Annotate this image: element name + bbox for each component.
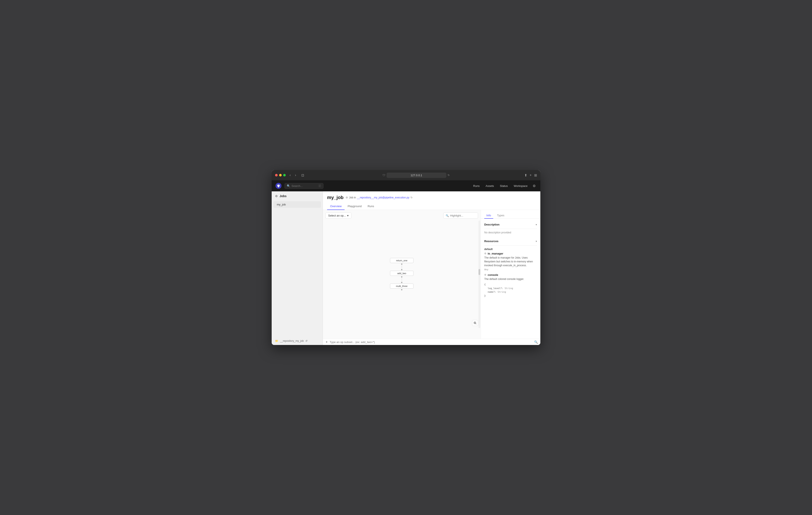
description-section-header[interactable]: Description ▾	[484, 221, 537, 228]
main-layout: ⚙ Jobs my_job 📁 __repository_my_job ↺ my…	[272, 191, 540, 345]
resource-desc-console: The default colored console logger.	[484, 277, 537, 281]
resource-icon-console: ⚙	[484, 273, 486, 276]
sidebar-footer-repo: __repository_my_job	[280, 340, 303, 343]
op-subset-input[interactable]	[330, 341, 532, 344]
shield-icon: 🛡	[382, 174, 385, 177]
reload-icon[interactable]: ↻	[447, 174, 450, 177]
op-subset-icon: ✦	[325, 340, 328, 344]
graph-area: Select an op... ▾ 🔍 return_one	[323, 210, 540, 339]
connector-dot-1	[401, 264, 402, 265]
console-config-open: {	[484, 283, 486, 286]
zoom-controls	[472, 320, 478, 326]
tab-runs[interactable]: Runs	[365, 203, 377, 210]
page-header: my_job ⚙ Job in __repository__my_job@pip…	[323, 191, 540, 210]
settings-button[interactable]: ⚙	[531, 183, 537, 189]
scroll-thumb[interactable]	[478, 269, 480, 275]
connector-dot-4	[401, 282, 402, 283]
app-logo	[275, 182, 282, 189]
maximize-button[interactable]	[283, 174, 286, 177]
resource-type-io-manager: Any	[484, 268, 537, 271]
op-node-return-one: return_one	[390, 258, 413, 271]
assets-nav-button[interactable]: Assets	[484, 183, 496, 189]
job-link[interactable]: __repository__my_job@pipeline_execution.…	[357, 196, 409, 199]
console-log-level-type: String	[504, 287, 513, 290]
address-bar: 🛡 ↻	[308, 172, 524, 178]
runs-nav-button[interactable]: Runs	[471, 183, 482, 189]
new-tab-button[interactable]: +	[530, 173, 531, 177]
sidebar-footer: 📁 __repository_my_job ↺	[272, 337, 323, 345]
titlebar-right-controls: ⬆ + ⊞	[524, 173, 537, 177]
panel-tabs: Info Types	[481, 210, 540, 219]
nav-controls: ‹ ›	[288, 173, 297, 178]
sidebar-refresh-icon[interactable]: ↺	[306, 340, 308, 343]
connector-dot-3	[401, 276, 402, 277]
bottom-search-icon: 🔍	[534, 340, 538, 344]
page-title: my_job	[327, 195, 344, 200]
tab-overview[interactable]: Overview	[327, 203, 345, 210]
sidebar-toggle-button[interactable]: ⊞	[534, 173, 537, 177]
resource-item-console: ⚙ console The default colored console lo…	[484, 273, 537, 298]
header-nav: Runs Assets Status Workspace ⚙	[471, 183, 537, 189]
share-button[interactable]: ⬆	[524, 173, 527, 177]
connector-dot-5	[401, 289, 402, 290]
graph-bottom-bar: ✦ 🔍	[323, 339, 540, 345]
console-config-block: { log_level?: String name?:	[484, 282, 537, 298]
resource-desc-io-manager: The default io manager for Jobs. Uses fi…	[484, 256, 537, 267]
op-nodes-container: return_one add_two multi_thr	[390, 258, 413, 291]
graph-canvas[interactable]: Select an op... ▾ 🔍 return_one	[323, 210, 481, 339]
search-input[interactable]	[291, 184, 317, 188]
minimize-button[interactable]	[279, 174, 282, 177]
panel-tab-types[interactable]: Types	[495, 213, 506, 219]
resource-name-row-io-manager: ⚙ io_manager	[484, 252, 537, 255]
resources-chevron: ▾	[535, 240, 537, 243]
titlebar: ‹ › ⊡ 🛡 ↻ ⬆ + ⊞	[272, 170, 540, 180]
job-badge: ⚙ Job in __repository__my_job@pipeline_e…	[346, 196, 413, 199]
tab-overview-button[interactable]: ⊡	[300, 173, 306, 178]
status-nav-button[interactable]: Status	[498, 183, 510, 189]
panel-content: Description ▾ No description provided Re…	[481, 219, 540, 304]
select-op-button[interactable]: Select an op... ▾	[325, 213, 351, 219]
graph-toolbar: Select an op... ▾	[325, 213, 351, 219]
description-section: Description ▾ No description provided	[484, 221, 537, 235]
panel-tab-info[interactable]: Info	[484, 213, 493, 219]
highlight-input-wrap: 🔍	[443, 213, 478, 219]
select-op-chevron: ▾	[347, 214, 349, 217]
app-window: ‹ › ⊡ 🛡 ↻ ⬆ + ⊞ 🔍 / Ru	[272, 170, 540, 345]
sidebar-header: ⚙ Jobs	[272, 191, 323, 201]
forward-button[interactable]: ›	[294, 173, 297, 178]
app-header: 🔍 / Runs Assets Status Workspace ⚙	[272, 180, 540, 191]
page-title-row: my_job ⚙ Job in __repository__my_job@pip…	[327, 195, 536, 200]
url-input[interactable]	[386, 172, 446, 178]
highlight-input[interactable]	[450, 214, 476, 217]
connector-line-2	[402, 278, 402, 281]
resources-section: Resources ▾ default ⚙ io_manager	[484, 238, 537, 298]
job-refresh-icon[interactable]: ↻	[410, 196, 413, 199]
search-bar[interactable]: 🔍 /	[285, 183, 323, 189]
highlight-search-icon: 🔍	[446, 214, 449, 217]
console-name-key: name?:	[488, 291, 496, 293]
sidebar-title: Jobs	[280, 194, 287, 198]
resource-name-row-console: ⚙ console	[484, 273, 537, 276]
svg-line-2	[476, 324, 476, 324]
scroll-track[interactable]	[478, 221, 480, 328]
op-box-add-two[interactable]: add_two	[390, 271, 413, 276]
tab-playground[interactable]: Playground	[345, 203, 365, 210]
back-button[interactable]: ‹	[288, 173, 292, 178]
description-title: Description	[484, 223, 500, 226]
search-icon: 🔍	[287, 184, 290, 188]
close-button[interactable]	[275, 174, 278, 177]
zoom-in-button[interactable]	[472, 320, 478, 326]
job-badge-icon: ⚙	[346, 196, 348, 199]
console-config-close: }	[484, 294, 486, 297]
job-badge-text: Job in	[349, 196, 356, 199]
resource-name-io-manager: io_manager	[488, 252, 503, 255]
window-controls-left: ⊡	[300, 173, 306, 178]
resources-title: Resources	[484, 240, 498, 243]
op-box-return-one[interactable]: return_one	[390, 258, 413, 263]
resources-section-header[interactable]: Resources ▾	[484, 238, 537, 244]
op-box-multi-three[interactable]: multi_three	[390, 283, 413, 289]
right-panel: Info Types Description ▾ No description …	[481, 210, 540, 339]
sidebar-item-my-job[interactable]: my_job	[273, 201, 321, 208]
workspace-nav-button[interactable]: Workspace	[512, 183, 530, 189]
op-node-add-two: add_two	[390, 271, 413, 283]
